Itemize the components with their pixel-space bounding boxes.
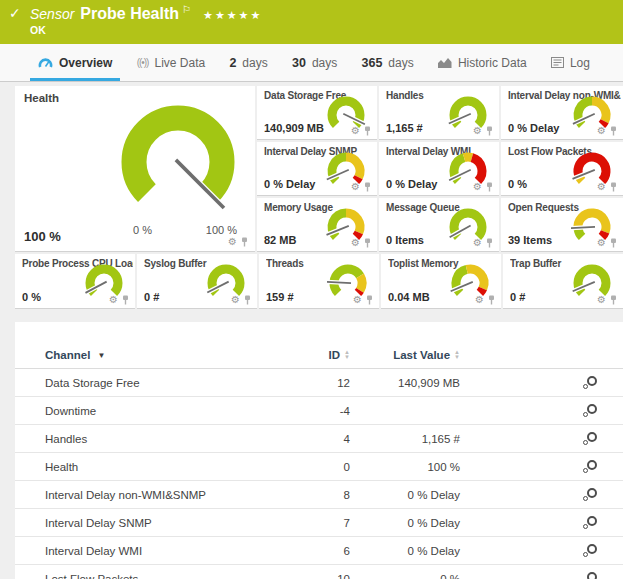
tab-365-days[interactable]: 365days [353, 44, 421, 81]
pin-icon[interactable] [243, 295, 252, 305]
table-row-interval-delay-wmi[interactable]: Interval Delay WMI60 % Delay [15, 537, 623, 565]
pin-icon[interactable] [609, 182, 618, 192]
column-header-channel[interactable]: Channel▼ [15, 349, 300, 361]
tab-overview[interactable]: Overview [30, 44, 120, 81]
gauge-actions: ⚙ [351, 238, 372, 248]
channel-settings-icon[interactable] [582, 432, 597, 446]
gear-icon[interactable]: ⚙ [473, 238, 482, 248]
pin-icon[interactable] [240, 237, 249, 247]
pin-icon[interactable] [609, 295, 618, 305]
gear-icon[interactable]: ⚙ [597, 182, 606, 192]
gauge-card-interval-delay-snmp: Interval Delay SNMP0 % Delay⚙ [257, 142, 377, 196]
gauge-actions: ⚙ [351, 126, 372, 136]
gauge-value: 159 # [266, 291, 294, 303]
gauge-card-threads: Threads159 #⚙ [259, 254, 379, 309]
table-row-interval-delay-snmp[interactable]: Interval Delay SNMP70 % Delay [15, 509, 623, 537]
gear-icon[interactable]: ⚙ [228, 237, 237, 247]
tab-number: 365 [361, 56, 382, 70]
gauge-actions: ⚙ [597, 182, 618, 192]
gauge-grid: Data Storage Free140,909 MB⚙Handles1,165… [257, 86, 623, 252]
pin-icon[interactable] [485, 126, 494, 136]
gear-icon[interactable]: ⚙ [351, 126, 360, 136]
table-row-health[interactable]: Health0100 % [15, 453, 623, 481]
pin-icon[interactable] [485, 238, 494, 248]
gear-icon[interactable]: ⚙ [597, 295, 606, 305]
gear-icon[interactable]: ⚙ [473, 126, 482, 136]
gauge-value: 0 % Delay [264, 178, 315, 190]
channel-name[interactable]: Interval Delay non-WMI&SNMP [15, 489, 300, 501]
chart-icon [438, 57, 452, 68]
pin-icon[interactable] [487, 295, 496, 305]
channel-settings-icon[interactable] [582, 488, 597, 502]
channel-name[interactable]: Data Storage Free [15, 377, 300, 389]
sensor-header: ✓ SensorProbe Health⚐★★★★★ OK [0, 0, 623, 44]
tab-label: Live Data [154, 56, 205, 70]
gear-icon[interactable]: ⚙ [473, 182, 482, 192]
channel-id: 10 [300, 573, 350, 579]
pin-icon[interactable] [363, 238, 372, 248]
channel-name[interactable]: Interval Delay WMI [15, 545, 300, 557]
column-header-last-value[interactable]: Last Value▲▼ [350, 349, 460, 361]
gear-icon[interactable]: ⚙ [351, 182, 360, 192]
gauge-value: 0 % Delay [386, 178, 437, 190]
gear-icon[interactable]: ⚙ [353, 295, 362, 305]
flag-icon[interactable]: ⚐ [182, 4, 191, 15]
gauge-card-data-storage-free: Data Storage Free140,909 MB⚙ [257, 86, 377, 140]
gauge-icon [38, 57, 53, 69]
live-icon: ((•)) [137, 57, 149, 68]
tab-log[interactable]: Log [543, 44, 598, 81]
tab-30-days[interactable]: 30days [284, 44, 345, 81]
gauge-min-label: 0 % [133, 224, 152, 236]
channel-settings-icon[interactable] [582, 516, 597, 530]
gauge-actions: ⚙ [597, 126, 618, 136]
pin-icon[interactable] [609, 126, 618, 136]
channel-name[interactable]: Health [15, 461, 300, 473]
channel-settings-icon[interactable] [582, 460, 597, 474]
gear-icon[interactable]: ⚙ [351, 238, 360, 248]
channel-settings-icon[interactable] [582, 376, 597, 390]
gear-icon[interactable]: ⚙ [475, 295, 484, 305]
gauge-card-interval-delay-wmi: Interval Delay WMI0 % Delay⚙ [379, 142, 499, 196]
tab-historic-data[interactable]: Historic Data [430, 44, 535, 81]
pin-icon[interactable] [363, 182, 372, 192]
pin-icon[interactable] [121, 295, 130, 305]
channel-name[interactable]: Lost Flow Packets [15, 573, 300, 579]
channel-settings-icon[interactable] [582, 544, 597, 558]
gauge-card-lost-flow-packets: Lost Flow Packets0 %⚙ [501, 142, 623, 196]
table-row-handles[interactable]: Handles41,165 # [15, 425, 623, 453]
channel-name[interactable]: Downtime [15, 405, 300, 417]
gauge-actions: ⚙ [351, 182, 372, 192]
status-badge: OK [0, 23, 623, 36]
table-body: Data Storage Free12140,909 MBDowntime-4H… [15, 369, 623, 579]
gauge-value: 0 % [22, 291, 41, 303]
gear-icon[interactable]: ⚙ [597, 238, 606, 248]
tab-number: 2 [229, 56, 236, 70]
gauge-value: 0 % [508, 178, 527, 190]
channel-name[interactable]: Interval Delay SNMP [15, 517, 300, 529]
channel-settings-icon[interactable] [582, 404, 597, 418]
ok-check-icon: ✓ [9, 5, 21, 21]
pin-icon[interactable] [365, 295, 374, 305]
table-row-downtime[interactable]: Downtime-4 [15, 397, 623, 425]
column-header-id[interactable]: ID▲▼ [300, 349, 350, 361]
channel-name[interactable]: Handles [15, 433, 300, 445]
table-row-interval-delay-non-wmi-snmp[interactable]: Interval Delay non-WMI&SNMP80 % Delay [15, 481, 623, 509]
gauge-card-interval-delay-non-wmi-snmp: Interval Delay non-WMI&SNMP0 % Delay⚙ [501, 86, 623, 140]
gear-icon[interactable]: ⚙ [231, 295, 240, 305]
tab-live-data[interactable]: ((•))Live Data [129, 44, 214, 81]
channel-settings-icon[interactable] [582, 572, 597, 579]
gauge-value: 0 # [510, 291, 525, 303]
pin-icon[interactable] [485, 182, 494, 192]
gear-icon[interactable]: ⚙ [597, 126, 606, 136]
tab-label: days [312, 56, 337, 70]
tab-number: 30 [292, 56, 306, 70]
pin-icon[interactable] [609, 238, 618, 248]
gauge-card-toplist-memory: Toplist Memory0.04 MB⚙ [381, 254, 501, 309]
gear-icon[interactable]: ⚙ [109, 295, 118, 305]
table-row-data-storage-free[interactable]: Data Storage Free12140,909 MB [15, 369, 623, 397]
table-row-lost-flow-packets[interactable]: Lost Flow Packets100 % [15, 565, 623, 579]
priority-stars[interactable]: ★★★★★ [203, 9, 262, 21]
pin-icon[interactable] [363, 126, 372, 136]
gauge-card-probe-process-cpu-load: Probe Process CPU Load0 %⚙ [15, 254, 135, 309]
tab-2-days[interactable]: 2days [221, 44, 275, 81]
